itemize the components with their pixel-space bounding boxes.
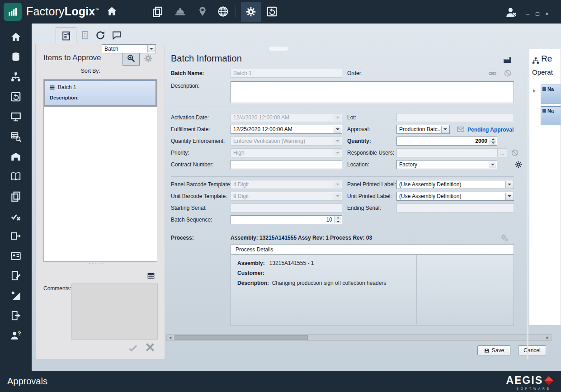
batch-icon [49, 84, 56, 91]
gear-icon [245, 6, 257, 18]
minimize-button[interactable]: – [526, 11, 529, 17]
quantity-stepper[interactable]: 2000 [396, 137, 497, 146]
email-notification-icon[interactable] [457, 125, 465, 133]
approval-select[interactable]: Production Batc... [396, 125, 450, 134]
clear-users-icon[interactable] [511, 149, 519, 157]
horizontal-scrollbar[interactable]: ◀ ▶ [166, 334, 552, 341]
settings-tab-selected[interactable] [241, 2, 261, 22]
drag-handle[interactable] [269, 47, 288, 51]
tab-building[interactable] [80, 30, 90, 40]
comments-input[interactable] [71, 283, 158, 340]
database-icon[interactable] [9, 51, 23, 63]
assembly-tree-icon[interactable] [9, 71, 23, 83]
pending-approval-link[interactable]: Pending Approval [467, 127, 514, 133]
contract-number-input[interactable] [231, 160, 342, 169]
activation-date-value: 12/4/2020 12:00:00 AM [233, 114, 289, 121]
table-view-icon[interactable] [147, 272, 155, 280]
items-panel-title: Items to Approve [43, 53, 101, 62]
batch-name-value: Batch 1 [233, 70, 252, 76]
hardhat-icon[interactable] [174, 5, 186, 18]
dropdown-arrow-icon [147, 45, 155, 52]
process-options-gears-icon[interactable] [500, 233, 509, 242]
view-settings-icon[interactable] [143, 53, 153, 63]
page-title: Batch Information [171, 53, 242, 64]
panel-printed-label-select[interactable]: (Use Assembly Definition) [396, 180, 514, 189]
globe-icon[interactable] [217, 5, 229, 18]
details-description-row: Description: Changing production sign of… [237, 280, 386, 286]
operation-list-item[interactable]: Na [541, 85, 561, 104]
tab-form[interactable] [56, 27, 76, 44]
description-input[interactable] [231, 81, 514, 103]
scroll-left-icon[interactable]: ◀ [167, 335, 174, 340]
approve-button[interactable] [128, 343, 138, 353]
clear-order-icon[interactable] [504, 69, 512, 77]
edit-document-icon[interactable] [9, 269, 23, 282]
home-icon[interactable] [106, 5, 118, 18]
approvals-icon[interactable] [9, 210, 23, 222]
location-select[interactable]: Factory [396, 160, 497, 169]
lot-input [396, 113, 514, 122]
maximize-button[interactable]: □ [536, 11, 539, 17]
batch-sequence-stepper[interactable]: 10 [231, 215, 342, 224]
operation-icon [542, 109, 546, 113]
dropdown-arrow-icon [334, 149, 341, 156]
expander-icon[interactable] [533, 89, 536, 93]
form-divider [171, 110, 514, 110]
list-item-batch[interactable]: Batch 1 Description: [45, 80, 156, 106]
customer-row: Customer: [237, 270, 264, 276]
sort-by-select[interactable]: Batch [102, 44, 156, 53]
link-order-icon[interactable] [488, 69, 497, 78]
factory-icon[interactable] [503, 55, 512, 64]
location-settings-gear-icon[interactable] [514, 161, 523, 169]
contract-number-value[interactable] [233, 161, 339, 168]
history-icon[interactable] [266, 5, 278, 18]
unit-printed-label-label: Unit Printed Label: [347, 193, 392, 199]
save-button-label: Save [492, 347, 504, 354]
panel-splitter[interactable] [89, 263, 102, 264]
process-details-tab[interactable]: Process Details [231, 245, 514, 255]
unit-printed-label-select[interactable]: (Use Assembly Definition) [396, 192, 514, 201]
spinner-arrows-icon[interactable] [490, 137, 496, 145]
copy-pages-icon[interactable] [9, 190, 23, 202]
panel-splitter[interactable] [527, 44, 528, 359]
warehouse-icon[interactable] [9, 150, 23, 162]
panel-printed-label-value: (Use Assembly Definition) [399, 181, 461, 188]
list-item-title: Batch 1 [58, 84, 76, 90]
save-button[interactable]: Save [477, 345, 510, 355]
measure-ruler-icon[interactable] [9, 289, 23, 302]
documents-icon[interactable] [151, 5, 164, 18]
fulfillment-date-picker[interactable]: 12/25/2020 12:00:00 AM [231, 125, 342, 134]
panel-barcode-template-label: Panel Barcode Template: [171, 181, 231, 188]
user-logout-icon[interactable] [504, 6, 518, 19]
spinner-arrows-icon[interactable] [335, 216, 341, 223]
close-button[interactable]: × [545, 11, 549, 17]
badge-icon[interactable] [9, 250, 23, 262]
scrollbar-thumb[interactable] [174, 335, 308, 340]
home-icon[interactable] [9, 31, 23, 43]
process-value: Assembly: 13215A141555 Assy Rev: 1 Proce… [231, 235, 372, 241]
tab-comments[interactable] [111, 30, 122, 41]
scroll-right-icon[interactable]: ▶ [544, 335, 551, 340]
document-arrow-icon[interactable] [9, 309, 23, 321]
tab-sync[interactable] [95, 30, 106, 41]
browse-users-button: ... [497, 148, 507, 157]
table-search-icon[interactable] [9, 130, 23, 142]
location-pin-icon[interactable] [197, 5, 208, 17]
aegis-diamond-icon [544, 376, 553, 385]
assembly-value: 13215A141555 - 1 [269, 260, 314, 266]
unit-printed-label-value: (Use Assembly Definition) [399, 193, 461, 199]
app-window: FactoryLogix™ – □ × [0, 0, 561, 392]
revision-icon[interactable] [9, 90, 23, 103]
unit-barcode-template-select: 9 Digit [231, 192, 342, 201]
export-icon[interactable] [9, 230, 23, 242]
reject-button[interactable] [144, 341, 156, 353]
aegis-logo-subtext: SOFTWARE [516, 387, 551, 390]
operation-list-item[interactable]: Na [541, 106, 561, 125]
monitor-icon[interactable] [9, 110, 23, 123]
form-divider [171, 176, 514, 177]
priority-value: High [233, 150, 245, 156]
book-icon[interactable] [9, 170, 23, 182]
activation-date-label: Activation Date: [171, 114, 209, 121]
user-question-icon[interactable]: ? [9, 329, 23, 341]
cancel-button[interactable]: Cancel [518, 345, 546, 355]
